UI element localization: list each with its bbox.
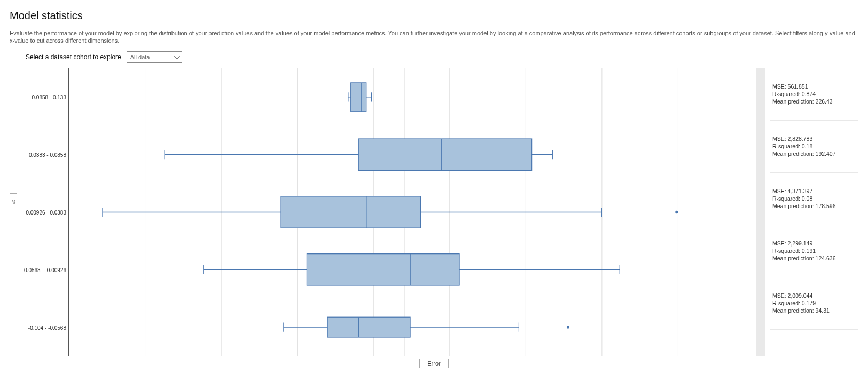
cohort-select-value: All data bbox=[130, 54, 150, 60]
y-tick-label: 0.0858 - 0.133 bbox=[32, 94, 67, 100]
y-tick-label: -0.104 - -0.0568 bbox=[28, 324, 66, 330]
svg-rect-35 bbox=[327, 317, 410, 337]
svg-point-37 bbox=[567, 326, 569, 328]
y-tick-label: -0.0568 - -0.00926 bbox=[22, 267, 66, 273]
cohort-select[interactable]: All data bbox=[127, 51, 182, 63]
page-title: Model statistics bbox=[10, 10, 858, 22]
metric-block: MSE: 2,009.044R-squared: 0.179Mean predi… bbox=[770, 277, 858, 330]
metrics-scrollbar[interactable] bbox=[756, 68, 765, 356]
y-tick-label: 0.0383 - 0.0858 bbox=[29, 152, 66, 157]
cohort-label: Select a dataset cohort to explore bbox=[26, 53, 121, 61]
x-axis-selector-button[interactable]: Error bbox=[419, 359, 448, 368]
cohort-selector-row: Select a dataset cohort to explore All d… bbox=[26, 51, 858, 63]
svg-rect-30 bbox=[307, 253, 459, 285]
y-axis-selector-button[interactable]: s5 bbox=[10, 193, 17, 210]
metric-block: MSE: 2,828.783R-squared: 0.18Mean predic… bbox=[770, 121, 858, 173]
metric-block: MSE: 561.851R-squared: 0.874Mean predict… bbox=[770, 68, 858, 121]
metrics-column: MSE: 561.851R-squared: 0.874Mean predict… bbox=[770, 68, 858, 356]
chevron-down-icon bbox=[174, 53, 180, 59]
metric-block: MSE: 4,371.397R-squared: 0.08Mean predic… bbox=[770, 173, 858, 225]
svg-rect-24 bbox=[281, 196, 420, 227]
metric-block: MSE: 2,299.149R-squared: 0.191Mean predi… bbox=[770, 225, 858, 277]
y-tick-label: -0.00926 - 0.0383 bbox=[24, 209, 66, 215]
svg-point-26 bbox=[675, 210, 678, 213]
page-description: Evaluate the performance of your model b… bbox=[10, 29, 858, 45]
chart-container: s5 0.0858 - 0.1330.0383 - 0.0858-0.00926… bbox=[10, 68, 858, 356]
svg-rect-19 bbox=[358, 139, 531, 170]
svg-rect-14 bbox=[351, 83, 366, 112]
y-tick-labels: 0.0858 - 0.1330.0383 - 0.0858-0.00926 - … bbox=[19, 68, 68, 356]
boxplot-chart[interactable] bbox=[68, 68, 754, 356]
